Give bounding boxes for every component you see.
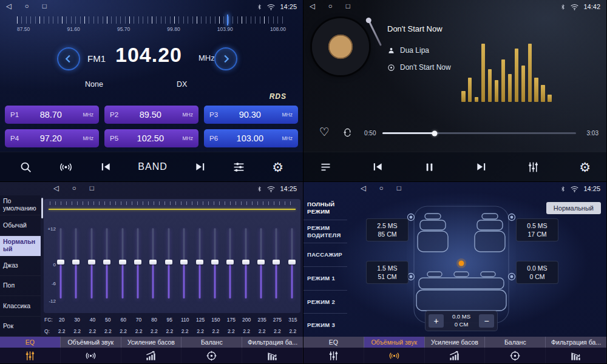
tab-surround-sound[interactable]: Объёмный звук [364, 337, 425, 363]
eq-band-slider[interactable] [196, 224, 203, 301]
sound-mode-item[interactable]: ПАССАЖИР [304, 243, 347, 267]
slider-handle[interactable] [119, 260, 126, 265]
eq-preset-item[interactable]: Рок [0, 317, 41, 337]
tab-balance[interactable]: Баланс [485, 337, 546, 363]
eq-band-slider[interactable] [165, 224, 172, 301]
slider-handle[interactable] [288, 260, 296, 265]
audio-settings-button[interactable] [232, 161, 245, 174]
sound-mode-item[interactable]: РЕЖИМ 2 [304, 291, 347, 314]
tune-down-button[interactable] [57, 47, 80, 70]
sound-mode-item[interactable]: РЕЖИМ ВОДИТЕЛЯ [304, 220, 347, 244]
eq-band-slider[interactable] [273, 224, 280, 301]
progress-handle[interactable] [432, 130, 438, 136]
slider-handle[interactable] [134, 260, 141, 265]
home-icon[interactable]: ○ [25, 3, 29, 10]
slider-handle[interactable] [211, 260, 219, 265]
eq-preset-item[interactable]: Классика [0, 296, 41, 316]
slider-handle[interactable] [88, 260, 95, 265]
slider-handle[interactable] [242, 260, 249, 265]
recent-apps-icon[interactable]: □ [42, 3, 47, 10]
scan-search-button[interactable] [19, 161, 32, 174]
radio-preset-P5[interactable]: P5 102.50 MHz [104, 129, 198, 147]
eq-band-slider[interactable] [88, 224, 95, 301]
favorite-icon[interactable]: ♡ [319, 126, 330, 138]
home-icon[interactable]: ○ [328, 3, 333, 10]
recent-apps-icon[interactable]: □ [397, 185, 401, 192]
back-icon[interactable]: ◁ [6, 3, 12, 10]
playlist-button[interactable] [319, 161, 332, 174]
recent-apps-icon[interactable]: □ [346, 3, 350, 10]
back-icon[interactable]: ◁ [53, 185, 59, 192]
decrease-delay-button[interactable]: − [479, 314, 494, 328]
slider-handle[interactable] [149, 260, 157, 265]
slider-handle[interactable] [257, 260, 265, 265]
increase-delay-button[interactable]: + [429, 314, 444, 328]
eq-preset-item[interactable]: Обычай [0, 215, 41, 235]
progress-bar[interactable] [382, 132, 576, 134]
sound-mode-item[interactable]: РЕЖИМ 3 [304, 314, 347, 337]
rear-right-delay[interactable]: 0.0 MS 0 CM [516, 261, 558, 284]
front-right-delay[interactable]: 0.5 MS 17 CM [516, 218, 558, 241]
slider-handle[interactable] [57, 260, 64, 265]
tab-balance[interactable]: Баланс [181, 337, 242, 363]
eq-preset-item[interactable]: Джаз [0, 256, 41, 276]
eq-band-slider[interactable] [103, 224, 110, 301]
eq-band-slider[interactable] [226, 224, 234, 301]
eq-band-slider[interactable] [288, 224, 296, 301]
broadcast-button[interactable] [59, 160, 73, 174]
slider-handle[interactable] [165, 260, 172, 265]
radio-preset-P2[interactable]: P2 89.50 MHz [104, 106, 198, 124]
tune-up-button[interactable] [214, 47, 237, 70]
rear-left-delay[interactable]: 1.5 MS 51 CM [366, 261, 409, 284]
sound-mode-item[interactable]: РЕЖИМ 1 [304, 267, 347, 291]
radio-preset-P4[interactable]: P4 97.20 MHz [5, 129, 99, 147]
settings-button[interactable]: ⚙ [272, 161, 283, 174]
eq-band-slider[interactable] [242, 224, 249, 301]
eq-band-slider[interactable] [211, 224, 219, 301]
eq-preset-item[interactable]: По умолчанию [0, 195, 41, 215]
home-icon[interactable]: ○ [379, 185, 384, 192]
radio-preset-P1[interactable]: P1 88.70 MHz [5, 106, 99, 124]
radio-preset-P3[interactable]: P3 90.30 MHz [204, 106, 298, 124]
slider-handle[interactable] [273, 260, 280, 265]
repeat-icon[interactable] [342, 127, 353, 140]
sound-mode-item[interactable]: ПОЛНЫЙ РЕЖИМ [304, 197, 347, 220]
slider-handle[interactable] [72, 260, 80, 265]
eq-band-slider[interactable] [72, 224, 80, 301]
radio-preset-P6[interactable]: P6 103.00 MHz [204, 129, 298, 147]
front-left-delay[interactable]: 2.5 MS 85 CM [366, 218, 409, 241]
tab-filter[interactable]: Фильтрация ба... [546, 337, 606, 363]
tab-bass-boost[interactable]: Усиление басов [425, 337, 486, 363]
previous-track-button[interactable] [371, 161, 384, 173]
back-icon[interactable]: ◁ [310, 3, 315, 10]
recent-apps-icon[interactable]: □ [90, 185, 94, 192]
scrollbar-thumb[interactable] [41, 198, 43, 218]
tab-bass-boost[interactable]: Усиление басов [121, 337, 182, 363]
eq-preset-item[interactable]: Поп [0, 276, 41, 296]
tab-eq[interactable]: EQ [0, 337, 61, 363]
slider-handle[interactable] [196, 260, 203, 265]
slider-handle[interactable] [226, 260, 234, 265]
settings-button[interactable]: ⚙ [579, 161, 591, 174]
eq-band-slider[interactable] [134, 224, 141, 301]
distance-mode-label[interactable]: DX [177, 80, 187, 89]
seek-next-button[interactable] [194, 161, 206, 173]
slider-handle[interactable] [103, 260, 110, 265]
eq-band-slider[interactable] [257, 224, 265, 301]
eq-band-slider[interactable] [180, 224, 188, 301]
slider-handle[interactable] [180, 260, 188, 265]
tab-surround-sound[interactable]: Объёмный звук [61, 337, 121, 363]
eq-band-slider[interactable] [149, 224, 157, 301]
eq-preset-item[interactable]: Нормальный [0, 236, 41, 256]
eq-band-slider[interactable] [57, 224, 64, 301]
next-track-button[interactable] [475, 161, 487, 173]
seek-previous-button[interactable] [100, 161, 112, 173]
back-icon[interactable]: ◁ [361, 185, 366, 192]
equalizer-button[interactable] [527, 161, 540, 174]
eq-band-slider[interactable] [119, 224, 126, 301]
band-button[interactable]: BAND [138, 161, 167, 172]
tab-eq[interactable]: EQ [304, 337, 364, 363]
tab-filter[interactable]: Фильтрация ба... [242, 337, 303, 363]
sound-profile-button[interactable]: Нормальный [546, 202, 601, 214]
home-icon[interactable]: ○ [72, 185, 76, 192]
